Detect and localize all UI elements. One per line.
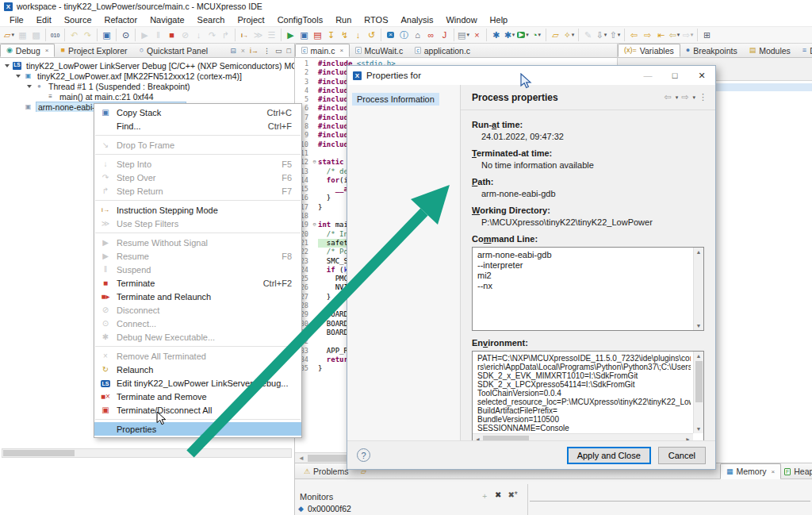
program-flash-icon[interactable]: ↧ xyxy=(324,28,338,42)
add-monitor-icon[interactable]: ＋ xyxy=(481,490,488,502)
forward-dropdown-icon[interactable]: ▾ xyxy=(692,94,695,101)
maximize-icon[interactable]: □ xyxy=(661,66,688,85)
forward-history-icon[interactable]: ⇨▾ xyxy=(681,28,695,42)
menu-rtos[interactable]: RTOS xyxy=(358,13,394,26)
forward-arrow-icon[interactable]: ⇨ xyxy=(681,92,688,102)
open-resource-icon[interactable]: ▱ xyxy=(549,28,562,42)
menu-file[interactable]: File xyxy=(3,13,30,26)
scroll-left-arrow-icon[interactable]: ◄ xyxy=(298,455,304,462)
sidebar-item-process-information[interactable]: Process Information xyxy=(352,93,439,106)
tab-variables[interactable]: (x)=Variables xyxy=(618,44,680,57)
dropdown-caret-icon[interactable]: ▾ xyxy=(538,32,542,38)
collapse-all-icon[interactable]: ⊟ xyxy=(230,47,236,55)
menu-item-connect[interactable]: ⊙Connect... xyxy=(94,317,301,330)
scroll-down-icon[interactable]: ▼ xyxy=(694,426,703,432)
menu-item-terminate[interactable]: ■TerminateCtrl+F2 xyxy=(94,276,301,290)
step-return-icon[interactable]: ↱ xyxy=(219,28,232,42)
tab-heap-usage[interactable]: F Heap U xyxy=(779,463,812,479)
menu-item-drop-to-frame[interactable]: ↘Drop To Frame xyxy=(94,138,301,152)
scrollbar-thumb[interactable] xyxy=(695,361,703,402)
build-binary-icon[interactable]: 010 xyxy=(48,28,62,42)
menu-item-disconnect[interactable]: ⊘Disconnect xyxy=(94,303,301,317)
remove-terminated-icon[interactable]: × xyxy=(241,47,245,55)
expand-chevron-icon[interactable] xyxy=(27,85,32,88)
remove-monitor-icon[interactable]: ✖ xyxy=(495,490,501,502)
menu-run[interactable]: Run xyxy=(329,13,358,26)
tree-row[interactable]: ●Thread #1 1 (Suspended : Breakpoint) xyxy=(0,81,294,91)
gui-flash-tool-icon[interactable]: ▶ xyxy=(284,28,297,42)
menu-item-instruction-stepping-mode[interactable]: i→Instruction Stepping Mode xyxy=(94,203,301,217)
registers-icon[interactable]: ▤ xyxy=(311,28,324,42)
info-icon[interactable]: ⓘ xyxy=(397,28,411,42)
save-all-icon[interactable]: ▩ xyxy=(29,28,43,42)
menu-item-step-into[interactable]: ↓Step IntoF5 xyxy=(94,157,301,171)
dropdown-caret-icon[interactable]: ▾ xyxy=(618,32,621,38)
minimize-view-icon[interactable]: ▭ xyxy=(275,47,282,55)
dropdown-caret-icon[interactable]: ▾ xyxy=(572,32,575,38)
menu-item-properties[interactable]: Properties xyxy=(94,422,301,436)
environment-box[interactable]: PATH=C:\NXP\MCUXpressoIDE_11.5.0_7232\id… xyxy=(472,351,704,440)
menu-item-remove-all-terminated[interactable]: ×Remove All Terminated xyxy=(94,349,301,363)
scroll-up-icon[interactable]: ▲ xyxy=(694,249,703,255)
dropdown-caret-icon[interactable]: ▾ xyxy=(11,32,14,38)
forward-icon[interactable]: ⇨ xyxy=(641,28,654,42)
menu-item-edit-tinyk22-lowpower-linkserver-debug[interactable]: LSEdit tinyK22_LowPower LinkServer Debug… xyxy=(94,376,301,390)
package-icon[interactable]: ▤▾ xyxy=(457,28,470,42)
tab-debug[interactable]: ◉Debug× xyxy=(0,44,55,57)
view-menu-icon[interactable]: ⋮ xyxy=(263,47,270,55)
tab-main-c[interactable]: cmain.c× xyxy=(295,44,350,57)
console-icon[interactable]: ▣ xyxy=(100,28,113,42)
remove-launch-icon[interactable]: × xyxy=(470,28,484,42)
menu-item-terminate-and-remove[interactable]: ■×Terminate and Remove xyxy=(94,390,301,403)
debug-dropdown-icon[interactable]: ✱▾ xyxy=(503,28,516,42)
dropdown-caret-icon[interactable]: ▾ xyxy=(466,32,469,38)
boot-icon[interactable]: J xyxy=(438,28,451,42)
instruction-step-toggle-icon[interactable]: i→ xyxy=(250,47,259,55)
tab-project-explorer[interactable]: ■Project Explorer xyxy=(55,44,133,57)
dropdown-caret-icon[interactable]: ▾ xyxy=(677,32,680,38)
new-wizard-icon[interactable]: ▱▾ xyxy=(2,28,16,42)
run-icon[interactable]: ▶▾ xyxy=(516,28,530,42)
suspend-icon[interactable]: ‖ xyxy=(151,28,165,42)
menu-item-debug-new-executable[interactable]: ✱Debug New Executable... xyxy=(94,330,301,344)
menu-item-terminate-disconnect-all[interactable]: ▣Terminate/Disconnect All xyxy=(94,403,301,417)
terminate-icon[interactable]: ■ xyxy=(165,28,178,42)
debug-icon[interactable]: ✱ xyxy=(489,28,503,42)
search-torch-icon[interactable]: ✧▾ xyxy=(562,28,576,42)
profile-icon[interactable]: ◔▾ xyxy=(530,28,543,42)
remove-all-monitors-icon[interactable]: ✖* xyxy=(508,490,517,502)
tab-memory[interactable]: ▦ Memory × xyxy=(720,463,781,479)
export-icon[interactable]: ⇧▾ xyxy=(608,28,622,42)
back-history-icon[interactable]: ⇦▾ xyxy=(668,28,681,42)
menu-item-resume[interactable]: ▶ResumeF8 xyxy=(94,249,301,263)
expand-chevron-icon[interactable] xyxy=(5,64,10,67)
debug-view-hscrollbar[interactable] xyxy=(2,448,292,458)
hide-frames-icon[interactable]: ☰ xyxy=(265,28,278,42)
resume-icon[interactable]: ▶ xyxy=(138,28,151,42)
menu-item-suspend[interactable]: ‖Suspend xyxy=(94,263,301,276)
home-icon[interactable]: ⌂ xyxy=(411,28,424,42)
menu-window[interactable]: Window xyxy=(439,13,483,26)
maximize-view-icon[interactable]: □ xyxy=(287,47,291,55)
menu-item-use-step-filters[interactable]: ≫Use Step Filters xyxy=(94,217,301,230)
annotate-icon[interactable]: ✎ xyxy=(581,28,595,42)
menu-item-relaunch[interactable]: ↻Relaunch xyxy=(94,363,301,376)
menu-search[interactable]: Search xyxy=(191,13,232,26)
back-dropdown-icon[interactable]: ▾ xyxy=(676,94,679,101)
horizontal-scrollbar[interactable]: ◄► xyxy=(473,433,693,440)
import-icon[interactable]: ⇩▾ xyxy=(595,28,608,42)
menu-item-terminate-and-relaunch[interactable]: ■▸Terminate and Relaunch xyxy=(94,290,301,303)
menu-item-copy-stack[interactable]: ▣Copy StackCtrl+C xyxy=(94,106,301,119)
dropdown-caret-icon[interactable]: ▾ xyxy=(526,32,529,38)
scrollbar-thumb[interactable] xyxy=(3,450,75,456)
menu-project[interactable]: Project xyxy=(231,13,270,26)
menu-navigate[interactable]: Navigate xyxy=(144,13,190,26)
step-into-icon[interactable]: ↓ xyxy=(192,28,205,42)
help-icon[interactable]: ? xyxy=(357,448,370,462)
link-icon[interactable]: ∞ xyxy=(424,28,438,42)
apply-and-close-button[interactable]: Apply and Close xyxy=(567,447,651,464)
fold-marker-icon[interactable]: ⊖ xyxy=(311,221,318,229)
menu-refactor[interactable]: Refactor xyxy=(98,13,144,26)
save-icon[interactable]: ▦ xyxy=(16,28,29,42)
view-menu-icon[interactable]: ⋮ xyxy=(699,92,707,102)
